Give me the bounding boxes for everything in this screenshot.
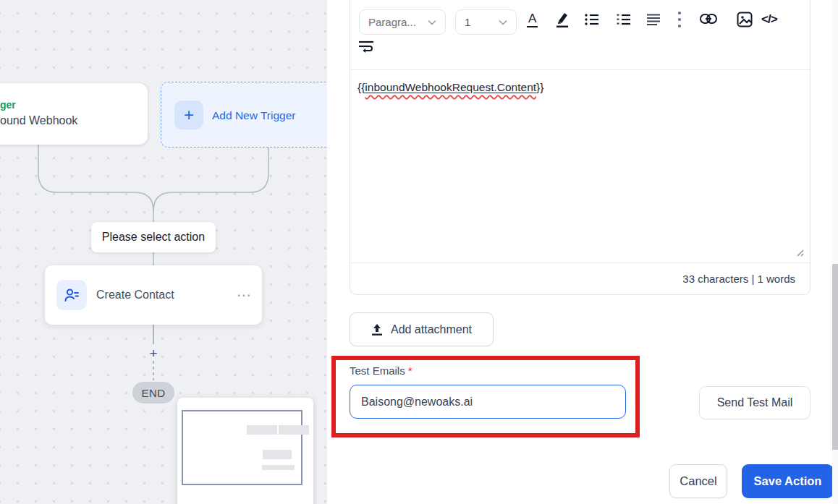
kebab-menu-icon — [677, 10, 682, 29]
font-size-select[interactable]: 1 — [455, 9, 517, 35]
save-action-label: Save Action — [754, 474, 822, 488]
brace-open: {{ — [357, 81, 365, 93]
bullet-list-button[interactable] — [585, 13, 599, 26]
action-node-label: Create Contact — [96, 265, 174, 325]
link-icon — [700, 14, 717, 24]
send-test-mail-label: Send Test Mail — [717, 396, 793, 409]
minimap-node-block — [263, 450, 292, 459]
text-wrap-button[interactable] — [359, 40, 373, 54]
add-step-plus-icon[interactable]: + — [145, 346, 162, 362]
add-attachment-button[interactable]: Add attachment — [350, 312, 494, 346]
text-color-icon: A — [527, 12, 538, 27]
trigger-title: ound Webhook — [0, 114, 140, 127]
upload-icon — [371, 323, 383, 336]
text-wrap-icon — [359, 40, 373, 54]
trigger-node-inbound-webhook[interactable]: ger ound Webhook — [0, 83, 148, 145]
editor-footer: 33 characters | 1 words — [350, 262, 810, 294]
text-color-button[interactable]: A — [527, 12, 538, 27]
image-icon — [737, 12, 753, 27]
minimap-node-block — [262, 465, 295, 470]
test-emails-label: Test Emails * — [350, 364, 412, 377]
minimap-node-block — [247, 425, 277, 435]
test-emails-input[interactable] — [350, 385, 626, 419]
add-new-trigger-label: Add New Trigger — [212, 82, 295, 148]
add-attachment-label: Add attachment — [391, 323, 472, 336]
test-emails-label-text: Test Emails — [350, 364, 405, 377]
minimap-viewport-rect[interactable] — [182, 410, 302, 485]
action-node-create-contact[interactable]: Create Contact ⋯ — [45, 265, 262, 325]
align-justify-button[interactable] — [647, 13, 660, 26]
add-new-trigger-button[interactable]: + Add New Trigger — [161, 82, 327, 148]
highlight-button[interactable] — [554, 11, 570, 28]
brace-close: }} — [536, 81, 543, 93]
paragraph-style-value: Paragra... — [368, 16, 416, 28]
plus-icon: + — [174, 101, 203, 129]
contact-icon-tile — [56, 280, 87, 310]
save-action-button[interactable]: Save Action — [742, 464, 834, 498]
insert-link-button[interactable] — [700, 14, 717, 24]
workflow-canvas[interactable]: ger ound Webhook + Add New Trigger Pleas… — [0, 0, 327, 504]
node-options-menu[interactable]: ⋯ — [237, 265, 252, 325]
more-options-button[interactable] — [677, 10, 682, 29]
code-icon: </> — [761, 12, 777, 27]
code-view-button[interactable]: </> — [761, 12, 777, 27]
email-body-editor: Paragra... 1 A — [350, 0, 811, 295]
chevron-down-icon — [428, 20, 436, 25]
cancel-button[interactable]: Cancel — [669, 464, 727, 498]
select-action-prompt: Please select action — [91, 222, 216, 252]
cancel-label: Cancel — [680, 474, 716, 488]
panel-scrollbar-thumb[interactable] — [832, 264, 838, 450]
paragraph-style-select[interactable]: Paragra... — [359, 9, 446, 35]
workflow-end-badge: END — [132, 382, 174, 403]
workflow-minimap[interactable] — [177, 398, 313, 504]
numbered-list-icon — [617, 13, 631, 26]
trigger-tag-label: ger — [0, 99, 140, 111]
required-asterisk: * — [408, 364, 412, 377]
resize-handle-icon[interactable] — [795, 247, 804, 257]
user-list-icon — [63, 286, 80, 304]
bullet-list-icon — [585, 13, 599, 26]
editor-toolbar: Paragra... 1 A — [350, 0, 810, 70]
font-size-value: 1 — [465, 16, 470, 28]
end-badge-label: END — [141, 387, 165, 399]
character-word-count: 33 characters | 1 words — [682, 273, 795, 285]
chevron-down-icon — [499, 20, 507, 25]
numbered-list-button[interactable] — [617, 13, 631, 26]
email-body-content: {{inboundWebhookRequest.Content}} — [357, 81, 543, 94]
select-action-text: Please select action — [102, 231, 205, 244]
send-test-mail-button[interactable]: Send Test Mail — [699, 386, 811, 419]
insert-image-button[interactable] — [737, 12, 753, 27]
merge-field-token: inboundWebhookRequest.Content — [365, 81, 536, 93]
minimap-node-block — [279, 425, 309, 435]
action-settings-panel: Paragra... 1 A — [327, 0, 838, 504]
email-body-textarea[interactable]: {{inboundWebhookRequest.Content}} — [350, 70, 810, 262]
align-justify-icon — [647, 13, 660, 26]
highlighter-icon — [554, 11, 570, 28]
panel-scrollbar-track[interactable] — [832, 0, 838, 504]
